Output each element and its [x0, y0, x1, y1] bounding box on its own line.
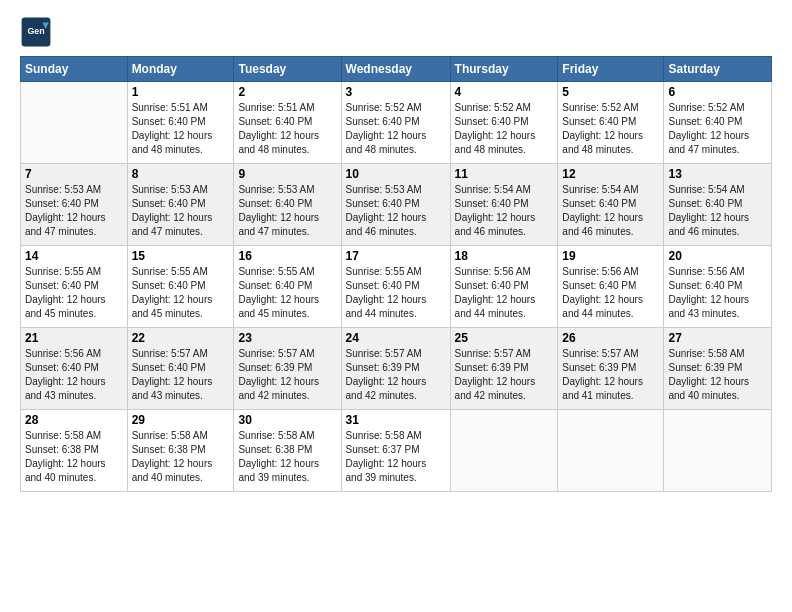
calendar-cell: [450, 410, 558, 492]
day-number: 6: [668, 85, 767, 99]
calendar-cell: 26Sunrise: 5:57 AM Sunset: 6:39 PM Dayli…: [558, 328, 664, 410]
day-number: 18: [455, 249, 554, 263]
calendar-week-1: 1Sunrise: 5:51 AM Sunset: 6:40 PM Daylig…: [21, 82, 772, 164]
day-number: 11: [455, 167, 554, 181]
calendar-cell: [21, 82, 128, 164]
calendar-header-wednesday: Wednesday: [341, 57, 450, 82]
day-info: Sunrise: 5:54 AM Sunset: 6:40 PM Dayligh…: [668, 183, 767, 239]
day-info: Sunrise: 5:58 AM Sunset: 6:38 PM Dayligh…: [132, 429, 230, 485]
day-info: Sunrise: 5:56 AM Sunset: 6:40 PM Dayligh…: [668, 265, 767, 321]
day-info: Sunrise: 5:57 AM Sunset: 6:39 PM Dayligh…: [238, 347, 336, 403]
day-number: 14: [25, 249, 123, 263]
calendar-cell: 2Sunrise: 5:51 AM Sunset: 6:40 PM Daylig…: [234, 82, 341, 164]
calendar-cell: 9Sunrise: 5:53 AM Sunset: 6:40 PM Daylig…: [234, 164, 341, 246]
day-number: 3: [346, 85, 446, 99]
day-number: 21: [25, 331, 123, 345]
day-info: Sunrise: 5:56 AM Sunset: 6:40 PM Dayligh…: [455, 265, 554, 321]
day-number: 10: [346, 167, 446, 181]
day-info: Sunrise: 5:52 AM Sunset: 6:40 PM Dayligh…: [346, 101, 446, 157]
day-number: 16: [238, 249, 336, 263]
day-number: 31: [346, 413, 446, 427]
calendar-cell: 1Sunrise: 5:51 AM Sunset: 6:40 PM Daylig…: [127, 82, 234, 164]
calendar-cell: 22Sunrise: 5:57 AM Sunset: 6:40 PM Dayli…: [127, 328, 234, 410]
page: Gen SundayMondayTuesdayWednesdayThursday…: [0, 0, 792, 612]
calendar-cell: 5Sunrise: 5:52 AM Sunset: 6:40 PM Daylig…: [558, 82, 664, 164]
calendar-cell: 14Sunrise: 5:55 AM Sunset: 6:40 PM Dayli…: [21, 246, 128, 328]
day-info: Sunrise: 5:58 AM Sunset: 6:39 PM Dayligh…: [668, 347, 767, 403]
calendar-header-saturday: Saturday: [664, 57, 772, 82]
day-info: Sunrise: 5:55 AM Sunset: 6:40 PM Dayligh…: [25, 265, 123, 321]
calendar-cell: 11Sunrise: 5:54 AM Sunset: 6:40 PM Dayli…: [450, 164, 558, 246]
day-number: 2: [238, 85, 336, 99]
calendar-cell: 20Sunrise: 5:56 AM Sunset: 6:40 PM Dayli…: [664, 246, 772, 328]
calendar-cell: [558, 410, 664, 492]
day-info: Sunrise: 5:51 AM Sunset: 6:40 PM Dayligh…: [238, 101, 336, 157]
calendar-week-3: 14Sunrise: 5:55 AM Sunset: 6:40 PM Dayli…: [21, 246, 772, 328]
day-number: 30: [238, 413, 336, 427]
day-info: Sunrise: 5:52 AM Sunset: 6:40 PM Dayligh…: [562, 101, 659, 157]
calendar-cell: 28Sunrise: 5:58 AM Sunset: 6:38 PM Dayli…: [21, 410, 128, 492]
day-number: 23: [238, 331, 336, 345]
header: Gen: [20, 16, 772, 48]
day-info: Sunrise: 5:54 AM Sunset: 6:40 PM Dayligh…: [562, 183, 659, 239]
calendar-week-2: 7Sunrise: 5:53 AM Sunset: 6:40 PM Daylig…: [21, 164, 772, 246]
calendar-header-tuesday: Tuesday: [234, 57, 341, 82]
day-number: 4: [455, 85, 554, 99]
calendar-cell: 8Sunrise: 5:53 AM Sunset: 6:40 PM Daylig…: [127, 164, 234, 246]
day-number: 1: [132, 85, 230, 99]
calendar-cell: 17Sunrise: 5:55 AM Sunset: 6:40 PM Dayli…: [341, 246, 450, 328]
calendar-cell: 25Sunrise: 5:57 AM Sunset: 6:39 PM Dayli…: [450, 328, 558, 410]
day-number: 9: [238, 167, 336, 181]
calendar-cell: 7Sunrise: 5:53 AM Sunset: 6:40 PM Daylig…: [21, 164, 128, 246]
day-number: 13: [668, 167, 767, 181]
day-number: 12: [562, 167, 659, 181]
day-info: Sunrise: 5:58 AM Sunset: 6:37 PM Dayligh…: [346, 429, 446, 485]
day-number: 5: [562, 85, 659, 99]
calendar-cell: 21Sunrise: 5:56 AM Sunset: 6:40 PM Dayli…: [21, 328, 128, 410]
calendar-cell: 12Sunrise: 5:54 AM Sunset: 6:40 PM Dayli…: [558, 164, 664, 246]
calendar-cell: 6Sunrise: 5:52 AM Sunset: 6:40 PM Daylig…: [664, 82, 772, 164]
calendar-cell: 4Sunrise: 5:52 AM Sunset: 6:40 PM Daylig…: [450, 82, 558, 164]
calendar-cell: 30Sunrise: 5:58 AM Sunset: 6:38 PM Dayli…: [234, 410, 341, 492]
calendar-cell: 13Sunrise: 5:54 AM Sunset: 6:40 PM Dayli…: [664, 164, 772, 246]
svg-text:Gen: Gen: [27, 26, 44, 36]
day-number: 22: [132, 331, 230, 345]
logo: Gen: [20, 16, 54, 48]
day-info: Sunrise: 5:57 AM Sunset: 6:39 PM Dayligh…: [455, 347, 554, 403]
day-number: 8: [132, 167, 230, 181]
calendar-cell: 3Sunrise: 5:52 AM Sunset: 6:40 PM Daylig…: [341, 82, 450, 164]
day-info: Sunrise: 5:54 AM Sunset: 6:40 PM Dayligh…: [455, 183, 554, 239]
calendar-cell: 18Sunrise: 5:56 AM Sunset: 6:40 PM Dayli…: [450, 246, 558, 328]
day-number: 29: [132, 413, 230, 427]
calendar-header-thursday: Thursday: [450, 57, 558, 82]
day-info: Sunrise: 5:51 AM Sunset: 6:40 PM Dayligh…: [132, 101, 230, 157]
calendar-header-row: SundayMondayTuesdayWednesdayThursdayFrid…: [21, 57, 772, 82]
calendar-header-sunday: Sunday: [21, 57, 128, 82]
day-number: 7: [25, 167, 123, 181]
day-number: 25: [455, 331, 554, 345]
day-number: 15: [132, 249, 230, 263]
day-info: Sunrise: 5:57 AM Sunset: 6:39 PM Dayligh…: [562, 347, 659, 403]
day-info: Sunrise: 5:55 AM Sunset: 6:40 PM Dayligh…: [132, 265, 230, 321]
calendar-cell: 16Sunrise: 5:55 AM Sunset: 6:40 PM Dayli…: [234, 246, 341, 328]
calendar-cell: [664, 410, 772, 492]
day-number: 26: [562, 331, 659, 345]
calendar-week-5: 28Sunrise: 5:58 AM Sunset: 6:38 PM Dayli…: [21, 410, 772, 492]
logo-icon: Gen: [20, 16, 52, 48]
calendar-cell: 10Sunrise: 5:53 AM Sunset: 6:40 PM Dayli…: [341, 164, 450, 246]
calendar-cell: 31Sunrise: 5:58 AM Sunset: 6:37 PM Dayli…: [341, 410, 450, 492]
day-info: Sunrise: 5:58 AM Sunset: 6:38 PM Dayligh…: [25, 429, 123, 485]
day-number: 24: [346, 331, 446, 345]
calendar-cell: 23Sunrise: 5:57 AM Sunset: 6:39 PM Dayli…: [234, 328, 341, 410]
day-info: Sunrise: 5:53 AM Sunset: 6:40 PM Dayligh…: [25, 183, 123, 239]
day-info: Sunrise: 5:53 AM Sunset: 6:40 PM Dayligh…: [132, 183, 230, 239]
calendar-cell: 29Sunrise: 5:58 AM Sunset: 6:38 PM Dayli…: [127, 410, 234, 492]
day-info: Sunrise: 5:53 AM Sunset: 6:40 PM Dayligh…: [346, 183, 446, 239]
calendar: SundayMondayTuesdayWednesdayThursdayFrid…: [20, 56, 772, 492]
day-number: 19: [562, 249, 659, 263]
day-info: Sunrise: 5:53 AM Sunset: 6:40 PM Dayligh…: [238, 183, 336, 239]
day-info: Sunrise: 5:56 AM Sunset: 6:40 PM Dayligh…: [25, 347, 123, 403]
calendar-cell: 24Sunrise: 5:57 AM Sunset: 6:39 PM Dayli…: [341, 328, 450, 410]
day-info: Sunrise: 5:52 AM Sunset: 6:40 PM Dayligh…: [668, 101, 767, 157]
calendar-cell: 15Sunrise: 5:55 AM Sunset: 6:40 PM Dayli…: [127, 246, 234, 328]
